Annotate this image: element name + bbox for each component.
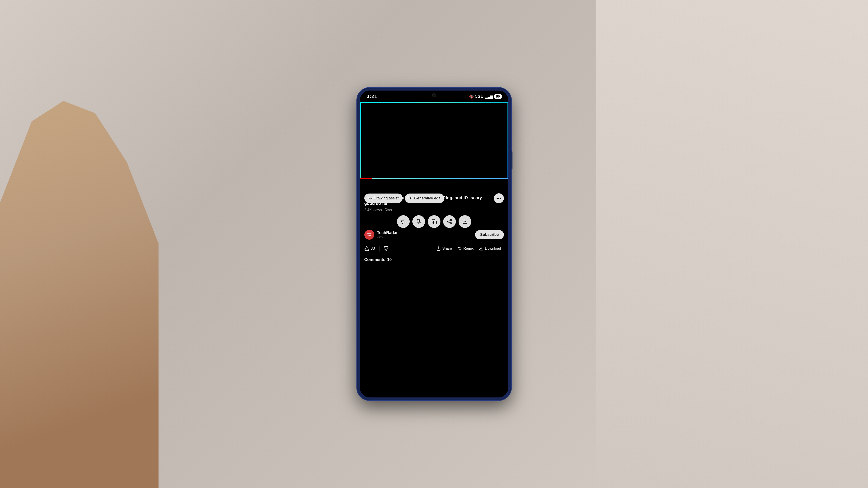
svg-line-6 (448, 221, 450, 221)
remix-icon-button[interactable] (397, 215, 410, 228)
generative-edit-button[interactable]: ✦ Generative edit (405, 194, 444, 203)
view-count: 2.4K views (364, 208, 382, 212)
person-head (422, 109, 446, 138)
status-time: 3:21 (367, 94, 377, 99)
channel-info: tech radar TechRadar 426K (364, 230, 398, 240)
bg-right (596, 0, 868, 488)
copy-icon-button[interactable] (428, 215, 440, 228)
download-label: Download (485, 247, 501, 251)
more-options-button[interactable]: ••• (494, 193, 504, 203)
svg-point-4 (450, 223, 452, 224)
comments-label: Comments (364, 257, 385, 262)
channel-name[interactable]: TechRadar (377, 230, 398, 235)
svg-point-2 (450, 219, 452, 221)
download-action-icon (479, 246, 484, 251)
comments-count: 10 (387, 257, 392, 262)
like-section: 33 | (364, 246, 434, 252)
svg-rect-1 (433, 221, 436, 224)
generative-edit-icon: ✦ (409, 196, 412, 201)
dislike-button[interactable] (383, 246, 389, 251)
phone-body: 3:21 🔇 5GU ▂▄▆ 86 (357, 88, 511, 400)
video-background (360, 102, 508, 179)
svg-line-5 (448, 222, 450, 223)
channel-details: TechRadar 426K (377, 230, 398, 239)
phone-screen: 3:21 🔇 5GU ▂▄▆ 86 (360, 91, 508, 397)
share-action-icon (436, 246, 441, 251)
remix-label: Remix (463, 247, 473, 251)
comments-section: Comments 10 (364, 254, 504, 264)
drawing-assist-icon: ⊹ (368, 196, 372, 201)
action-row: 33 | (364, 243, 504, 254)
remix-icon (401, 219, 406, 224)
content-area: ⊹ Drawing assist ✦ Generative edit ••• (360, 179, 508, 264)
channel-subscribers: 426K (377, 235, 398, 239)
video-content (360, 102, 508, 179)
like-button[interactable]: 33 (364, 246, 375, 251)
title-section: ⊹ Drawing assist ✦ Generative edit ••• (364, 195, 504, 206)
thumbs-down-icon (383, 246, 389, 251)
generative-edit-label: Generative edit (414, 196, 440, 200)
mute-icon: 🔇 (469, 94, 474, 99)
pin-icon-button[interactable] (412, 215, 425, 228)
pin-icon (416, 219, 422, 224)
network-icon: 5GU (475, 94, 484, 99)
channel-row: tech radar TechRadar 426K Subscribe (364, 230, 504, 240)
camera-notch (432, 93, 436, 97)
svg-point-3 (447, 221, 449, 222)
status-icons: 🔇 5GU ▂▄▆ 86 (469, 94, 501, 99)
download-icon-button[interactable] (459, 215, 471, 228)
share-icon-button[interactable] (443, 215, 456, 228)
like-divider: | (378, 246, 380, 252)
phone-frame: 3:21 🔇 5GU ▂▄▆ 86 (357, 88, 511, 400)
more-options-icon: ••• (496, 196, 501, 201)
thumbs-up-icon (364, 246, 369, 251)
channel-avatar[interactable]: tech radar (364, 230, 374, 240)
share-icon (447, 219, 452, 224)
share-button[interactable]: Share (434, 246, 455, 251)
drawing-assist-button[interactable]: ⊹ Drawing assist (364, 194, 403, 203)
status-bar: 3:21 🔇 5GU ▂▄▆ 86 (360, 91, 508, 102)
time-ago: 5mo (385, 208, 392, 212)
signal-bars-icon: ▂▄▆ (485, 94, 493, 99)
action-icons-toolbar (364, 215, 504, 228)
video-progress-fill (360, 178, 372, 179)
subscribe-button[interactable]: Subscribe (475, 230, 504, 239)
remix-button[interactable]: Remix (455, 246, 476, 251)
video-progress-bar[interactable] (360, 178, 508, 179)
person-body (405, 137, 464, 179)
edit-toolbar: ⊹ Drawing assist ✦ Generative edit ••• (364, 193, 504, 203)
copy-icon (431, 219, 437, 224)
meta-info: 2.4K views 5mo (364, 208, 504, 212)
drawing-assist-label: Drawing assist (374, 196, 399, 200)
download-icon (462, 219, 468, 224)
video-player[interactable] (360, 102, 508, 179)
like-count: 33 (371, 246, 375, 251)
remix-action-icon (458, 246, 462, 251)
battery-indicator: 86 (494, 94, 502, 99)
avatar-text: tech radar (367, 233, 371, 237)
share-label: Share (442, 247, 452, 251)
download-button[interactable]: Download (476, 246, 504, 251)
